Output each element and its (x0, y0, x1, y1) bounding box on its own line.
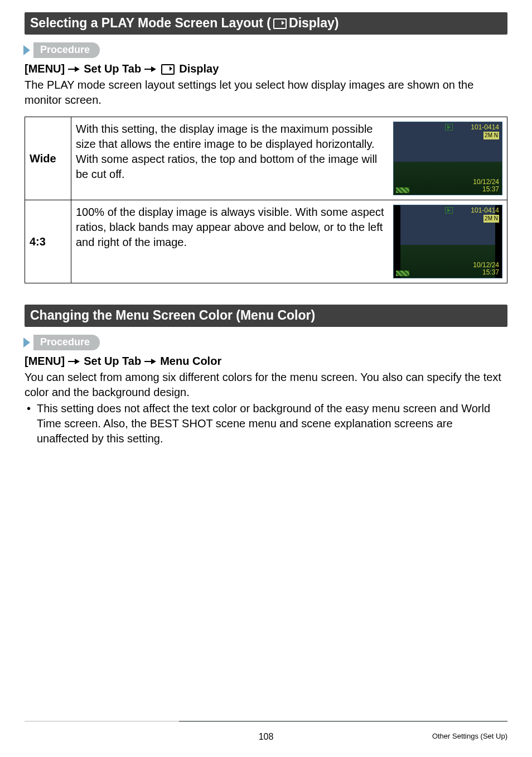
four-three-thumbnail: 101-0414 2M N 10/12/2415:37 (393, 205, 502, 278)
path-item: Menu Color (160, 355, 221, 368)
page-root: Selecting a PLAY Mode Screen Layout ( Di… (0, 0, 532, 757)
notes-list: This setting does not affect the text co… (25, 401, 507, 446)
thumb-datetime: 10/12/2415:37 (473, 262, 499, 276)
thumb-id: 101-0414 (471, 207, 499, 214)
thumb-datetime: 10/12/2415:37 (473, 179, 499, 193)
path-item: Display (179, 62, 219, 75)
procedure-arrow-icon (23, 45, 30, 55)
procedure-row: Procedure (23, 42, 507, 58)
section-title-pre: Selecting a PLAY Mode Screen Layout ( (30, 16, 271, 31)
procedure-arrow-icon (23, 337, 30, 348)
row-desc: With this setting, the display image is … (76, 122, 388, 195)
procedure-pill: Procedure (33, 42, 100, 58)
menu-path-2: [MENU] Set Up Tab Menu Color (25, 355, 507, 368)
menu-path-1: [MENU] Set Up Tab Display (25, 62, 507, 75)
play-mode-icon (445, 124, 453, 131)
row-cell: With this setting, the display image is … (71, 117, 507, 200)
battery-icon (396, 271, 409, 276)
play-display-icon (273, 18, 287, 29)
section1-intro: The PLAY mode screen layout settings let… (25, 78, 507, 108)
path-menu: [MENU] (25, 62, 65, 75)
layout-table: Wide With this setting, the display imag… (25, 117, 507, 283)
table-row: Wide With this setting, the display imag… (25, 117, 507, 200)
thumb-badge: 2M N (483, 215, 499, 223)
footer-divider (25, 721, 507, 722)
path-tab: Set Up Tab (84, 62, 141, 75)
section-title-play-layout: Selecting a PLAY Mode Screen Layout ( Di… (25, 12, 507, 35)
section-title-post: Display) (289, 16, 338, 31)
path-menu: [MENU] (25, 355, 65, 368)
section2-intro: You can select from among six different … (25, 370, 507, 400)
arrow-icon (144, 66, 157, 72)
procedure-row: Procedure (23, 335, 507, 350)
page-footer: 108 Other Settings (Set Up) (25, 722, 507, 757)
table-row: 4:3 100% of the display image is always … (25, 200, 507, 283)
play-mode-icon (445, 207, 453, 214)
path-tab: Set Up Tab (84, 355, 141, 368)
arrow-icon (68, 66, 80, 72)
row-key-wide: Wide (25, 117, 71, 200)
wide-thumbnail: 101-0414 2M N 10/12/2415:37 (393, 122, 502, 195)
thumb-id: 101-0414 (471, 124, 499, 131)
footer-section-label: Other Settings (Set Up) (432, 732, 507, 740)
battery-icon (396, 187, 409, 193)
row-desc: 100% of the display image is always visi… (76, 205, 388, 278)
thumb-badge: 2M N (483, 132, 499, 139)
note-item: This setting does not affect the text co… (37, 401, 507, 446)
play-display-icon (161, 64, 175, 75)
arrow-icon (68, 359, 80, 364)
row-key-43: 4:3 (25, 200, 71, 283)
page-number: 108 (259, 732, 274, 742)
row-cell: 100% of the display image is always visi… (71, 200, 507, 283)
procedure-pill: Procedure (33, 335, 100, 350)
arrow-icon (144, 359, 157, 364)
section-title-menu-color: Changing the Menu Screen Color (Menu Col… (25, 305, 507, 327)
